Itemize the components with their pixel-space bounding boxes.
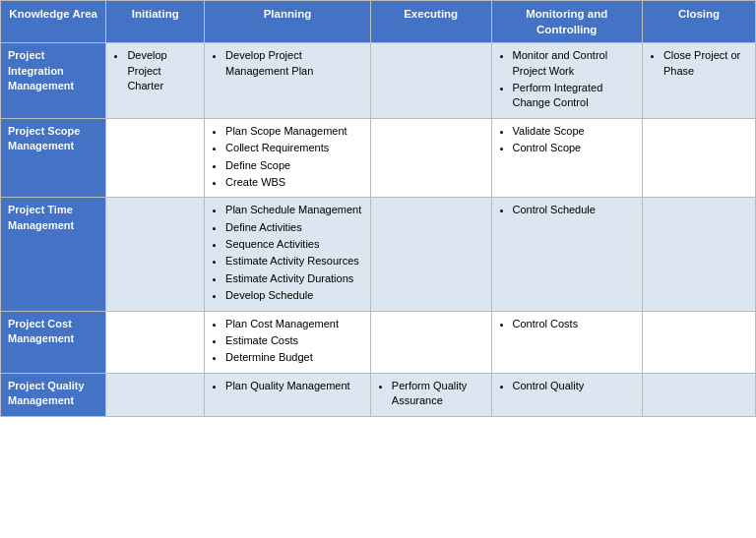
table-cell: Monitor and Control Project WorkPerform … — [491, 43, 642, 119]
table-cell — [642, 198, 755, 311]
table-cell: Plan Schedule ManagementDefine Activitie… — [205, 198, 371, 311]
table-cell: Control Schedule — [491, 198, 642, 311]
list-item: Plan Schedule Management — [225, 203, 363, 217]
list-item: Validate Scope — [513, 124, 635, 139]
table-cell: Project Quality Management — [1, 373, 106, 416]
list-item: Develop Project Management Plan — [225, 48, 363, 79]
header-closing: Closing — [642, 1, 755, 43]
table-cell: Plan Cost ManagementEstimate CostsDeterm… — [205, 311, 371, 373]
table-cell — [106, 198, 205, 311]
list-item: Estimate Activity Durations — [225, 271, 363, 286]
table-cell: Plan Scope ManagementCollect Requirement… — [205, 118, 371, 198]
table-cell: Control Costs — [491, 311, 642, 373]
header-planning: Planning — [205, 1, 371, 43]
list-item: Develop Schedule — [225, 288, 363, 303]
header-monitoring: Monitoring and Controlling — [491, 1, 642, 43]
table-cell — [106, 118, 205, 198]
table-cell — [370, 311, 491, 373]
table-cell: Project Cost Management — [1, 311, 106, 373]
table-cell — [642, 118, 755, 198]
table-cell: Control Quality — [491, 373, 642, 416]
list-item: Monitor and Control Project Work — [513, 48, 635, 79]
table-cell: Perform Quality Assurance — [370, 373, 491, 416]
table-cell — [370, 43, 491, 119]
list-item: Plan Cost Management — [225, 317, 363, 331]
header-knowledge: Knowledge Area — [1, 1, 106, 43]
table-cell: Project Scope Management — [1, 118, 106, 198]
table-cell — [106, 373, 205, 416]
list-item: Define Activities — [225, 220, 363, 235]
list-item: Determine Budget — [225, 350, 363, 365]
list-item: Develop Project Charter — [127, 48, 197, 93]
table-cell: Plan Quality Management — [205, 373, 371, 416]
header-executing: Executing — [370, 1, 491, 43]
table-cell — [642, 373, 755, 416]
list-item: Estimate Activity Resources — [225, 254, 363, 269]
list-item: Collect Requirements — [225, 141, 363, 155]
list-item: Perform Quality Assurance — [392, 379, 484, 409]
table-cell — [370, 198, 491, 311]
list-item: Close Project or Phase — [663, 48, 748, 79]
table-cell — [642, 311, 755, 373]
list-item: Plan Quality Management — [225, 379, 363, 393]
list-item: Estimate Costs — [225, 333, 363, 348]
table-cell: Close Project or Phase — [642, 43, 755, 119]
list-item: Create WBS — [225, 175, 363, 190]
table-cell — [106, 311, 205, 373]
header-initiating: Initiating — [106, 1, 205, 43]
table-cell: Develop Project Charter — [106, 43, 205, 119]
list-item: Plan Scope Management — [225, 124, 363, 139]
list-item: Define Scope — [225, 158, 363, 173]
list-item: Control Costs — [513, 317, 635, 331]
table-cell: Project Integration Management — [1, 43, 106, 119]
list-item: Control Scope — [513, 141, 635, 155]
list-item: Control Schedule — [513, 203, 635, 217]
list-item: Control Quality — [513, 379, 635, 393]
list-item: Perform Integrated Change Control — [513, 81, 635, 111]
table-cell: Develop Project Management Plan — [205, 43, 371, 119]
list-item: Sequence Activities — [225, 237, 363, 252]
table-cell: Validate ScopeControl Scope — [491, 118, 642, 198]
table-cell — [370, 118, 491, 198]
pmbok-table: Knowledge Area Initiating Planning Execu… — [0, 0, 756, 417]
table-cell: Project Time Management — [1, 198, 106, 311]
